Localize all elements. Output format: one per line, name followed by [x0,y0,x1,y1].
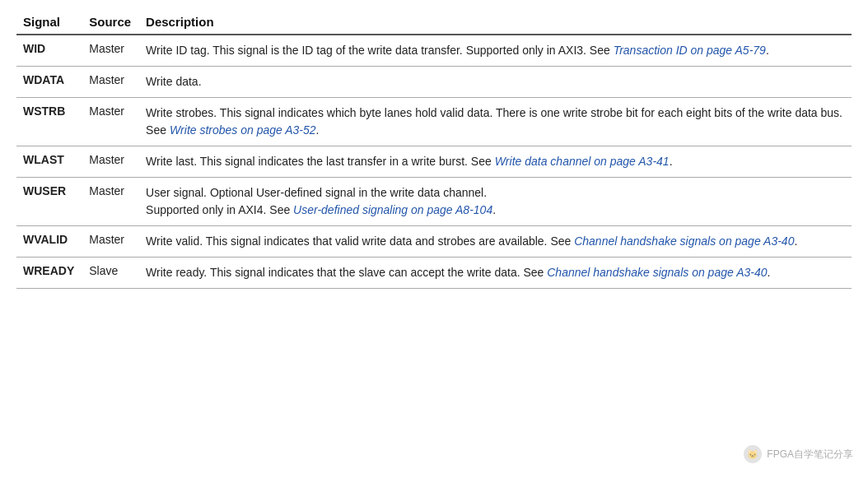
source-cell: Master [82,178,139,226]
signal-cell: WID [16,35,82,67]
description-cell: Write ID tag. This signal is the ID tag … [139,35,852,67]
signal-cell: WSTRB [16,98,82,146]
source-cell: Master [82,35,139,67]
description-cell: Write last. This signal indicates the la… [139,146,852,178]
header-source: Source [82,8,139,35]
signal-cell: WLAST [16,146,82,178]
table-row: WDATAMasterWrite data. [16,67,852,98]
reference-link[interactable]: Channel handshake signals on page A3-40 [547,266,767,279]
reference-link[interactable]: Channel handshake signals on page A3-40 [574,234,794,248]
signal-cell: WREADY [16,258,82,289]
header-signal: Signal [16,8,82,35]
source-cell: Master [82,98,139,146]
table-row: WSTRBMasterWrite strobes. This signal in… [16,98,852,146]
table-row: WUSERMasterUser signal. Optional User-de… [16,178,852,226]
watermark: 🐱 FPGA自学笔记分享 [744,445,853,463]
watermark-icon: 🐱 [744,445,762,463]
description-cell: Write strobes. This signal indicates whi… [139,98,852,146]
signal-cell: WUSER [16,178,82,226]
description-cell: User signal. Optional User-defined signa… [139,178,852,226]
reference-link[interactable]: Transaction ID on page A5-79 [614,44,766,57]
reference-link[interactable]: Write strobes on page A3-52 [170,123,316,137]
signal-cell: WDATA [16,67,82,98]
table-row: WVALIDMasterWrite valid. This signal ind… [16,226,852,258]
signal-cell: WVALID [16,226,82,258]
table-row: WIDMasterWrite ID tag. This signal is th… [16,35,852,67]
description-cell: Write valid. This signal indicates that … [139,226,852,258]
reference-link[interactable]: Write data channel on page A3-41 [495,155,670,168]
source-cell: Slave [82,258,139,289]
table-row: WREADYSlaveWrite ready. This signal indi… [16,258,852,289]
header-description: Description [139,8,852,35]
description-cell: Write ready. This signal indicates that … [139,258,852,289]
description-cell: Write data. [139,67,852,98]
table-row: WLASTMasterWrite last. This signal indic… [16,146,852,178]
watermark-text: FPGA自学笔记分享 [767,448,853,462]
reference-link[interactable]: User-defined signaling on page A8-104 [293,203,492,216]
source-cell: Master [82,67,139,98]
source-cell: Master [82,226,139,258]
source-cell: Master [82,146,139,178]
